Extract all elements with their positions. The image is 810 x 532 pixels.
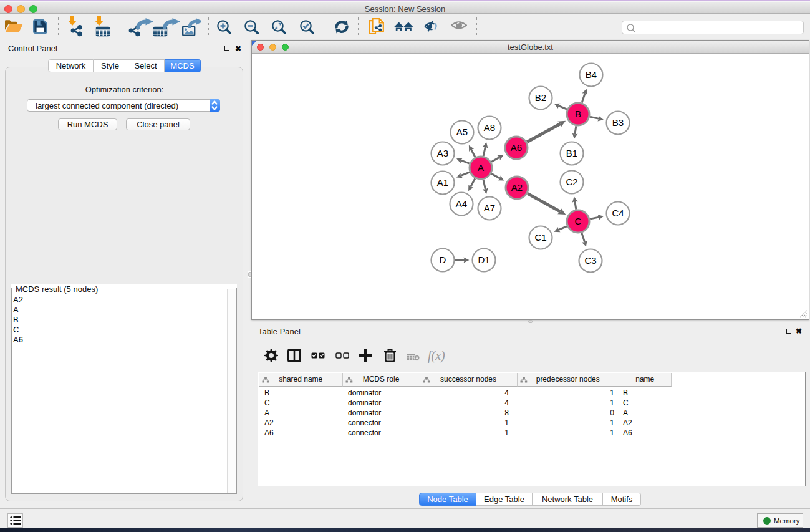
svg-text:A8: A8	[484, 122, 495, 133]
svg-text:A2: A2	[511, 182, 523, 193]
svg-text:C1: C1	[534, 232, 546, 243]
svg-text:A3: A3	[437, 148, 448, 158]
svg-text:C3: C3	[584, 255, 596, 266]
svg-text:B: B	[575, 109, 581, 119]
svg-text:A6: A6	[511, 142, 522, 153]
svg-text:D1: D1	[478, 254, 489, 265]
svg-text:C2: C2	[566, 177, 577, 187]
svg-text:A4: A4	[456, 198, 467, 209]
svg-text:B3: B3	[612, 117, 624, 128]
svg-text:A1: A1	[437, 177, 448, 188]
svg-text:D: D	[440, 254, 446, 265]
svg-text:A5: A5	[456, 127, 468, 137]
svg-text:B2: B2	[535, 92, 546, 103]
svg-text:A7: A7	[484, 203, 495, 213]
svg-text:B4: B4	[586, 69, 597, 80]
svg-text:A: A	[478, 162, 484, 173]
svg-text:B1: B1	[566, 148, 577, 158]
svg-text:C4: C4	[612, 208, 624, 218]
svg-text:C: C	[575, 216, 582, 226]
